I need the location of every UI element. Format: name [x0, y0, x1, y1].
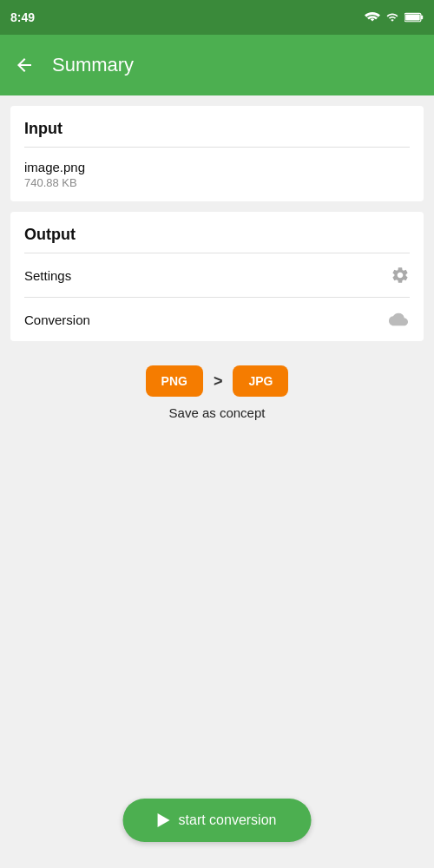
- input-file-item: image.png 740.88 KB: [10, 148, 424, 201]
- arrow-icon: >: [214, 372, 223, 391]
- status-icons: [365, 11, 424, 23]
- gear-icon: [391, 266, 410, 285]
- main-content: Input image.png 740.88 KB Output Setting…: [0, 95, 434, 868]
- back-arrow-icon: [14, 55, 35, 76]
- target-format-badge: JPG: [233, 365, 288, 397]
- conversion-label: Conversion: [24, 312, 90, 327]
- svg-rect-2: [405, 14, 420, 20]
- start-conversion-label: start conversion: [179, 812, 277, 828]
- input-file-info: image.png 740.88 KB: [24, 160, 85, 189]
- play-icon: [158, 813, 170, 827]
- conversion-item[interactable]: Conversion: [10, 298, 424, 341]
- signal-icon: [385, 11, 399, 23]
- input-card: Input image.png 740.88 KB: [10, 106, 424, 201]
- input-section-header: Input: [10, 106, 424, 147]
- source-format-badge: PNG: [146, 365, 203, 397]
- save-concept-label: Save as concept: [10, 405, 424, 420]
- output-section-header: Output: [10, 212, 424, 253]
- format-conversion-row: PNG > JPG: [10, 365, 424, 397]
- output-card: Output Settings Conversion: [10, 212, 424, 341]
- battery-icon: [404, 11, 424, 23]
- svg-rect-1: [421, 16, 423, 20]
- back-button[interactable]: [14, 55, 35, 76]
- input-filename: image.png: [24, 160, 85, 174]
- status-time: 8:49: [10, 10, 35, 24]
- cloud-icon: [387, 310, 410, 329]
- input-filesize: 740.88 KB: [24, 176, 85, 189]
- settings-item[interactable]: Settings: [10, 253, 424, 297]
- start-conversion-button[interactable]: start conversion: [123, 799, 312, 842]
- wifi-icon: [365, 11, 380, 23]
- app-bar: Summary: [0, 35, 434, 95]
- status-bar: 8:49: [0, 0, 434, 35]
- page-title: Summary: [52, 54, 134, 76]
- settings-label: Settings: [24, 268, 71, 283]
